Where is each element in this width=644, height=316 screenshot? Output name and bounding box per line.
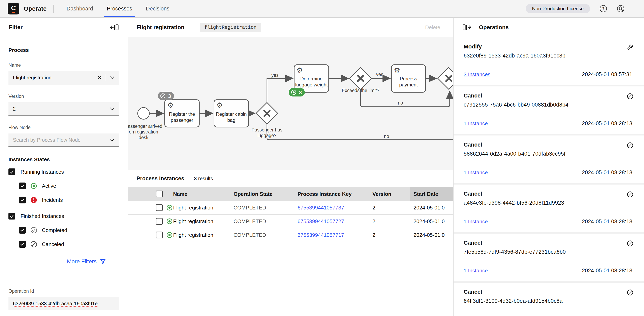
incidents-filter[interactable]: Incidents [19,195,119,205]
cancel-icon [627,289,634,296]
process-id-tag: flightRegistration [200,23,261,32]
instances-states-title: Instances States [8,157,119,163]
completed-filter[interactable]: Completed [19,225,119,235]
collapse-operations-icon[interactable] [462,24,471,31]
bpmn-start-event[interactable] [138,108,149,119]
instance-row[interactable]: Flight registration COMPLETED 6755399441… [128,215,453,228]
app-header: C Operate Dashboard Processes Decisions … [0,0,644,18]
more-filters-button[interactable]: More Filters [8,258,119,265]
svg-text:Determine: Determine [300,76,323,81]
instance-row[interactable]: Flight registration COMPLETED 6755399441… [128,228,453,242]
checkbox-checked[interactable] [19,227,26,234]
svg-text:Register cabin: Register cabin [216,111,246,117]
instances-link[interactable]: 1 Instance [464,268,488,274]
instances-table-header: Name Operation State Process Instance Ke… [128,187,453,201]
chevron-down-icon[interactable] [110,106,115,111]
operations-panel: Operations Modify 632e0f89-1533-42db-ac9… [453,18,644,316]
canceled-state-icon [30,241,38,248]
process-section-title: Process [8,47,119,53]
license-badge: Non-Production License [526,4,590,13]
operation-time: 2024-05-01 08:28:13 [582,268,632,274]
svg-text:desk: desk [139,135,148,140]
operation-time: 2024-05-01 08:28:13 [582,169,632,176]
process-title: Flight registration [136,24,184,30]
row-checkbox[interactable] [156,218,163,225]
camunda-logo[interactable]: C [8,3,19,14]
field-divider [106,74,106,81]
checkbox-checked[interactable] [19,182,26,189]
svg-text:luggage?: luggage? [258,133,276,138]
user-icon[interactable] [616,5,625,13]
operation-entry: Cancel 58862644-6d2a-4a00-b401-70dfab3cc… [454,136,644,183]
active-state-icon [166,218,173,225]
instances-link[interactable]: 1 Instance [464,169,488,176]
checkbox-checked[interactable] [19,241,26,248]
finished-instances-filter[interactable]: Finished Instances [8,211,119,221]
flow-gateway-yes-up [267,78,293,103]
instance-row[interactable]: Flight registration COMPLETED 6755399441… [128,201,453,215]
checkbox-checked[interactable] [8,168,15,175]
flow-node-placeholder: Search by Process Flow Node [13,137,110,143]
row-checkbox[interactable] [156,232,163,238]
version-value: 2 [13,106,110,112]
col-operation-state: Operation State [234,191,298,197]
tab-dashboard[interactable]: Dashboard [60,0,100,17]
instances-link[interactable]: 3 Instances [464,71,490,78]
col-key: Process Instance Key [298,191,372,197]
svg-text:luggage weight: luggage weight [295,82,328,87]
service-task-gear-icon: ⚙ [296,66,303,74]
instance-key-link[interactable]: 6755399441057717 [298,232,372,238]
active-filter[interactable]: Active [19,181,119,191]
chevron-down-icon[interactable] [110,137,115,143]
tab-processes[interactable]: Processes [100,0,139,17]
svg-text:bag: bag [227,117,235,123]
header-divider [53,5,54,13]
operation-time: 2024-05-01 08:28:13 [582,218,632,225]
active-count-badge: 3 [289,88,305,97]
operation-entry: Cancel 7fe5b58d-7df9-4356-87db-e77231bca… [454,234,644,281]
tab-decisions[interactable]: Decisions [139,0,176,17]
canceled-filter[interactable]: Canceled [19,239,119,249]
results-count: 3 results [194,176,213,181]
operation-id-label: Operation Id [8,289,119,294]
active-state-icon [166,231,173,239]
version-label: Version [8,94,119,99]
start-event-label: Passenger arrived [128,124,162,129]
checkbox-checked[interactable] [19,197,26,203]
logo-orange-bar [12,12,15,13]
instances-link[interactable]: 1 Instance [464,218,488,225]
operation-entry: Modify 632e0f89-1533-42db-ac9a-160a3f91e… [454,37,644,85]
bpmn-diagram[interactable]: Passenger arrived on registration desk ⚙… [128,37,453,170]
delete-button[interactable]: Delete [425,24,440,30]
filters-title: Filter [9,24,110,30]
svg-text:Process: Process [400,76,417,81]
select-all-checkbox[interactable] [156,190,163,197]
clear-name-icon[interactable] [97,75,102,80]
version-select[interactable]: 2 [8,102,119,116]
service-task-gear-icon: ⚙ [394,66,400,74]
process-name-combobox[interactable]: Flight registration [8,71,119,84]
operation-entry: Cancel 64ff3df1-3109-4d32-b0ea-afd9154b0… [454,283,644,316]
cancel-icon [627,191,634,198]
svg-text:Passenger has: Passenger has [252,127,282,133]
running-instances-filter[interactable]: Running Instances [8,167,119,177]
process-name-value: Flight registration [13,75,97,81]
operation-time: 2024-05-01 08:28:13 [582,120,632,127]
flow-node-combobox[interactable]: Search by Process Flow Node [8,134,119,147]
service-task-gear-icon: ⚙ [216,101,223,109]
instance-key-link[interactable]: 6755399441057737 [298,205,372,211]
name-label: Name [8,62,119,68]
bpmn-gateway-merge-clipped[interactable] [438,68,453,89]
instances-link[interactable]: 1 Instance [464,120,488,127]
instance-key-link[interactable]: 6755399441057727 [298,218,372,225]
row-checkbox[interactable] [156,204,163,211]
collapse-filters-icon[interactable] [110,24,119,31]
operation-entry: Cancel a484e3fe-d398-4442-bf56-20d8f11d9… [454,184,644,232]
checkbox-checked[interactable] [8,213,15,219]
chevron-down-icon[interactable] [110,75,115,80]
flow-label-no: no [398,100,403,106]
operation-id-input[interactable]: 632e0f89-1533-42db-ac9a-160a3f91e [8,297,119,310]
cancel-icon [627,142,634,149]
help-icon[interactable]: ? [599,5,607,13]
operations-title: Operations [479,24,509,30]
